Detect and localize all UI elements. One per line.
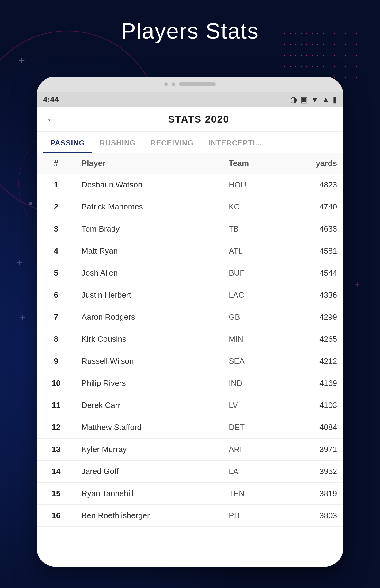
status-icon-sim: ▣ <box>300 95 308 104</box>
cell-team: ATL <box>222 240 282 262</box>
stats-table-container: # Player Team yards 1 Deshaun Watson HOU… <box>37 153 343 567</box>
bg-plus-icon-3: + <box>20 312 25 323</box>
wifi-icon: ▼ <box>311 95 319 104</box>
cell-yards: 4740 <box>282 196 343 218</box>
cell-rank: 3 <box>37 218 75 240</box>
bg-dot-small <box>29 202 32 205</box>
app-header: ← STATS 2020 <box>37 107 343 132</box>
cell-yards: 4633 <box>282 218 343 240</box>
cell-team: KC <box>222 196 282 218</box>
table-row: 11 Derek Carr LV 4103 <box>37 394 343 417</box>
cell-player: Jared Goff <box>75 461 222 483</box>
table-row: 14 Jared Goff LA 3952 <box>37 461 343 483</box>
cell-rank: 13 <box>37 439 75 461</box>
cell-player: Russell Wilson <box>75 350 222 372</box>
cell-rank: 11 <box>37 394 75 417</box>
cell-yards: 4212 <box>282 350 343 372</box>
table-row: 4 Matt Ryan ATL 4581 <box>37 240 343 262</box>
table-header-row: # Player Team yards <box>37 153 343 174</box>
table-row: 15 Ryan Tannehill TEN 3819 <box>37 483 343 505</box>
cell-yards: 3819 <box>282 483 343 505</box>
cell-team: ARI <box>222 439 282 461</box>
stats-table: # Player Team yards 1 Deshaun Watson HOU… <box>37 153 343 527</box>
cell-team: LV <box>222 394 282 417</box>
phone-frame: 4:44 ◑ ▣ ▼ ▲ ▮ ← STATS 2020 PASSING RUSH… <box>37 77 343 567</box>
cell-team: TEN <box>222 483 282 505</box>
cell-team: SEA <box>222 350 282 372</box>
table-row: 6 Justin Herbert LAC 4336 <box>37 284 343 306</box>
cell-yards: 4299 <box>282 306 343 328</box>
table-row: 1 Deshaun Watson HOU 4823 <box>37 174 343 196</box>
app-header-title: STATS 2020 <box>63 114 334 125</box>
bg-plus-icon-2: + <box>17 257 22 268</box>
cell-player: Aaron Rodgers <box>75 306 222 328</box>
page-title: Players Stats <box>0 18 380 43</box>
cell-player: Ryan Tannehill <box>75 483 222 505</box>
signal-icon: ▲ <box>322 95 330 104</box>
tab-interceptions[interactable]: INTERCEPTI... <box>201 139 270 153</box>
status-bar: 4:44 ◑ ▣ ▼ ▲ ▮ <box>37 92 343 107</box>
cell-rank: 6 <box>37 284 75 306</box>
cell-player: Deshaun Watson <box>75 174 222 196</box>
back-button[interactable]: ← <box>46 113 57 126</box>
table-row: 16 Ben Roethlisberger PIT 3803 <box>37 505 343 527</box>
bg-plus-icon-pink: + <box>354 279 360 291</box>
cell-yards: 4103 <box>282 394 343 417</box>
bg-plus-icon-1: + <box>18 55 25 66</box>
cell-team: IND <box>222 372 282 394</box>
phone-top-bar <box>37 77 343 92</box>
cell-player: Ben Roethlisberger <box>75 505 222 527</box>
cell-yards: 4336 <box>282 284 343 306</box>
cell-player: Matt Ryan <box>75 240 222 262</box>
table-row: 7 Aaron Rodgers GB 4299 <box>37 306 343 328</box>
table-row: 10 Philip Rivers IND 4169 <box>37 372 343 394</box>
cell-team: BUF <box>222 262 282 284</box>
table-row: 8 Kirk Cousins MIN 4265 <box>37 328 343 350</box>
cell-team: GB <box>222 306 282 328</box>
cell-yards: 3952 <box>282 461 343 483</box>
tab-rushing[interactable]: RUSHING <box>92 139 143 153</box>
cell-rank: 12 <box>37 417 75 439</box>
tab-receiving[interactable]: RECEIVING <box>143 139 201 153</box>
cell-yards: 3971 <box>282 439 343 461</box>
cell-player: Josh Allen <box>75 262 222 284</box>
cell-rank: 4 <box>37 240 75 262</box>
cell-rank: 8 <box>37 328 75 350</box>
table-row: 13 Kyler Murray ARI 3971 <box>37 439 343 461</box>
col-header-team: Team <box>222 153 282 174</box>
cell-rank: 10 <box>37 372 75 394</box>
tabs-bar: PASSING RUSHING RECEIVING INTERCEPTI... <box>37 132 343 153</box>
tab-passing[interactable]: PASSING <box>43 139 92 153</box>
battery-icon: ▮ <box>333 95 337 104</box>
cell-player: Patrick Mahomes <box>75 196 222 218</box>
table-row: 5 Josh Allen BUF 4544 <box>37 262 343 284</box>
cell-rank: 14 <box>37 461 75 483</box>
cell-player: Kyler Murray <box>75 439 222 461</box>
cell-rank: 7 <box>37 306 75 328</box>
status-time: 4:44 <box>43 95 59 104</box>
cell-yards: 4169 <box>282 372 343 394</box>
cell-player: Matthew Stafford <box>75 417 222 439</box>
cell-team: MIN <box>222 328 282 350</box>
cell-team: DET <box>222 417 282 439</box>
table-row: 3 Tom Brady TB 4633 <box>37 218 343 240</box>
cell-yards: 4265 <box>282 328 343 350</box>
cell-rank: 9 <box>37 350 75 372</box>
app-content: ← STATS 2020 PASSING RUSHING RECEIVING I… <box>37 107 343 567</box>
status-icon-media: ◑ <box>290 95 297 104</box>
status-icons: ◑ ▣ ▼ ▲ ▮ <box>290 95 337 104</box>
col-header-yards: yards <box>282 153 343 174</box>
cell-yards: 4823 <box>282 174 343 196</box>
cell-player: Derek Carr <box>75 394 222 417</box>
table-row: 9 Russell Wilson SEA 4212 <box>37 350 343 372</box>
cell-rank: 16 <box>37 505 75 527</box>
cell-yards: 4084 <box>282 417 343 439</box>
cell-team: PIT <box>222 505 282 527</box>
cell-team: LA <box>222 461 282 483</box>
cell-team: TB <box>222 218 282 240</box>
cell-rank: 5 <box>37 262 75 284</box>
cell-rank: 15 <box>37 483 75 505</box>
table-row: 12 Matthew Stafford DET 4084 <box>37 417 343 439</box>
table-row: 2 Patrick Mahomes KC 4740 <box>37 196 343 218</box>
cell-yards: 3803 <box>282 505 343 527</box>
